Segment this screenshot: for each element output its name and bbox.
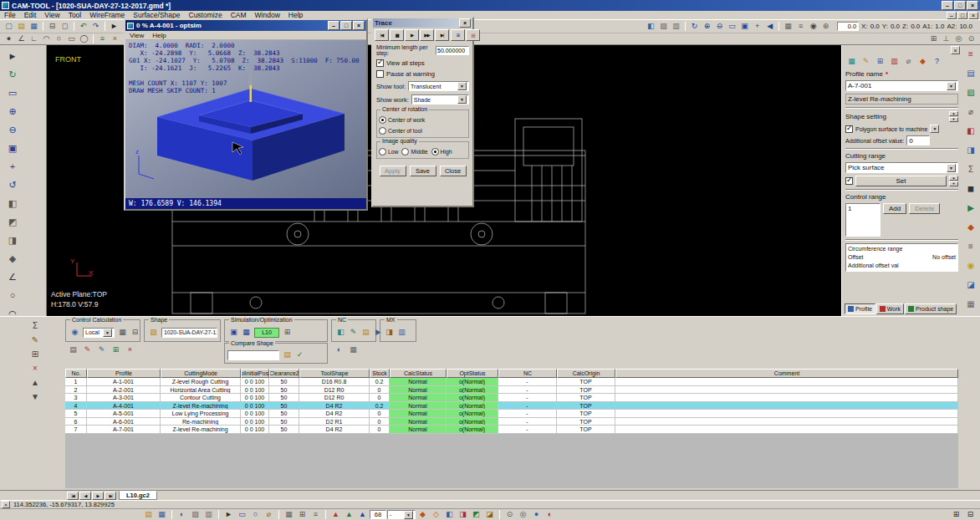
chevron-down-icon[interactable]	[457, 82, 467, 90]
bt-measure-icon[interactable]: ⌀	[263, 510, 275, 520]
compare-view-icon[interactable]: ◐	[333, 344, 345, 355]
nc-output-icon[interactable]: ◧	[334, 327, 347, 338]
offset-tool-icon[interactable]: ≡	[96, 33, 109, 44]
bt-snap-icon[interactable]: ⊞	[296, 510, 309, 520]
step-first-button[interactable]: |◀	[375, 29, 389, 41]
edit-profile-icon[interactable]: ✎	[28, 334, 42, 346]
child-minimize-button[interactable]: –	[947, 12, 957, 19]
shape-icon[interactable]: ▧	[147, 327, 160, 338]
profile-name-select[interactable]: A-7-001	[845, 80, 958, 91]
table-row[interactable]: 1A-1-001Z-level Rough Cutting0 0 10050D1…	[65, 378, 958, 386]
rotate-view-icon[interactable]: ↻	[688, 21, 701, 32]
child-restore-button[interactable]: □	[957, 12, 967, 19]
trace-close-button[interactable]: ×	[459, 18, 471, 28]
wireframe-view-icon[interactable]: ▨	[657, 21, 670, 32]
zoom-window-icon[interactable]: ▭	[5, 85, 20, 100]
copy-profile-icon[interactable]: ⊞	[28, 349, 42, 360]
bt-tool2-icon[interactable]: ◎	[517, 510, 529, 520]
panel-tool-icon[interactable]: ⌀	[902, 56, 915, 67]
dock-opt-icon[interactable]: ◆	[964, 222, 977, 233]
settings-icon[interactable]: ⊛	[819, 21, 832, 32]
view-iso-icon[interactable]: ◆	[5, 251, 20, 266]
column-header-calcStatus[interactable]: CalcStatus	[390, 369, 447, 378]
column-header-comment[interactable]: Comment	[615, 369, 958, 378]
last-record-button[interactable]: ▶|	[105, 492, 116, 500]
dock-shape-icon[interactable]: ▧	[964, 87, 977, 99]
grid-toggle-icon[interactable]: ▦	[782, 21, 794, 32]
bt-box-icon[interactable]: ▭	[236, 510, 248, 520]
dock-view1-icon[interactable]: ◧	[964, 125, 977, 137]
child-close-button[interactable]: ×	[968, 12, 978, 19]
dock-tool-icon[interactable]: ⌀	[964, 106, 977, 118]
compare-shape-input[interactable]	[227, 350, 279, 360]
bt-window2-icon[interactable]: ⊟	[964, 510, 977, 520]
shade-view-icon[interactable]: ◧	[645, 21, 657, 32]
filter-select[interactable]: -	[387, 510, 416, 519]
column-header-profile[interactable]: Profile	[87, 369, 161, 378]
scale-value[interactable]: 0.0	[837, 22, 859, 31]
bt-tool4-icon[interactable]: ◐	[544, 510, 556, 520]
bt-select-icon[interactable]: ►	[222, 510, 235, 520]
radio-icon[interactable]	[379, 127, 386, 135]
list-item[interactable]: 1	[848, 205, 878, 212]
trace-title-bar[interactable]: Trace ×	[373, 18, 472, 28]
rectangle-tool-icon[interactable]: ▭	[65, 33, 78, 44]
profile-copy-icon[interactable]: ⊞	[110, 344, 122, 355]
nc-view-icon[interactable]: ▤	[360, 327, 372, 338]
panel-copy-icon[interactable]: ⊞	[874, 56, 886, 67]
fast-forward-button[interactable]: ▶▶	[420, 29, 434, 41]
zoom-window-icon[interactable]: ▭	[726, 21, 738, 32]
print-preview-icon[interactable]: ◻	[59, 21, 71, 32]
first-record-button[interactable]: |◀	[67, 492, 79, 500]
bt-save-icon[interactable]: ▦	[156, 510, 168, 520]
dock-grid-icon[interactable]: ▦	[964, 298, 977, 310]
save-icon[interactable]: ▦	[28, 21, 40, 32]
column-header-calcOrigin[interactable]: CalcOrigin	[557, 369, 615, 378]
column-header-no[interactable]: No.	[65, 369, 87, 378]
profile-sheet-icon[interactable]: ▤	[67, 344, 79, 355]
zoom-in-icon[interactable]: ⊕	[701, 21, 713, 32]
apply-button[interactable]: Apply	[380, 166, 406, 176]
pause-button[interactable]: ▮▮	[390, 29, 404, 41]
optsim-title-bar[interactable]: 0 % A-4-001 - optsim – □ ×	[125, 20, 366, 31]
bt-z-axis-icon[interactable]: ▲	[356, 510, 369, 520]
chevron-down-icon[interactable]	[103, 329, 112, 337]
bt-window1-icon[interactable]: ⊞	[950, 510, 962, 520]
bt-x-axis-icon[interactable]: ▲	[329, 510, 342, 520]
dock-profile-icon[interactable]: ≡	[964, 48, 977, 60]
optsim-menu-item[interactable]: Help	[148, 32, 170, 39]
ellipse-tool-icon[interactable]: ◯	[78, 33, 90, 44]
set-checkbox[interactable]	[845, 177, 853, 185]
center-of-work-radio[interactable]: Center of work	[379, 116, 425, 124]
radio-icon[interactable]	[401, 148, 409, 155]
view-front-icon[interactable]: ◧	[5, 196, 20, 211]
panel-close-icon[interactable]: ×	[951, 46, 960, 54]
next-record-button[interactable]: ▶	[92, 492, 104, 500]
move-down-icon[interactable]: ▼	[28, 391, 42, 403]
menu-item[interactable]: File	[0, 11, 20, 19]
bt-cam1-icon[interactable]: ◆	[416, 510, 429, 520]
open-file-icon[interactable]: ▤	[15, 21, 28, 32]
nc-edit-icon[interactable]: ✎	[347, 327, 360, 338]
minimize-button[interactable]: –	[942, 1, 953, 10]
undo-icon[interactable]: ↶	[77, 21, 89, 32]
dock-layer-icon[interactable]: ≡	[964, 241, 977, 252]
view-side-icon[interactable]: ◨	[5, 232, 20, 247]
prev-record-button[interactable]: ◀	[79, 492, 91, 500]
table-row[interactable]: 2A-2-001Horizontal Area Cutting0 0 10050…	[65, 386, 958, 395]
add-button[interactable]: Add	[883, 203, 906, 214]
chevron-down-icon[interactable]	[404, 511, 413, 519]
zoom-fit-icon[interactable]: ▣	[5, 140, 20, 155]
shape-name-value[interactable]: 1020-SUA-DAY-27-12	[161, 328, 217, 338]
polyline-tool-icon[interactable]: ∟	[28, 33, 40, 44]
profile-edit-blue-icon[interactable]: ✎	[95, 344, 108, 355]
save-button[interactable]: Save	[410, 166, 436, 176]
move-up-icon[interactable]: ▲	[28, 377, 42, 389]
show-work-select[interactable]: Shade	[411, 94, 469, 105]
sheet-tab[interactable]: L10.gc2	[119, 491, 157, 500]
scroll-up-icon[interactable]: ▲	[949, 176, 958, 181]
layers-icon[interactable]: ≡	[794, 21, 807, 32]
show-tool-select[interactable]: Translucent	[408, 81, 469, 91]
select-icon[interactable]: ►	[108, 21, 120, 32]
optsim-maximize-button[interactable]: □	[340, 21, 352, 30]
